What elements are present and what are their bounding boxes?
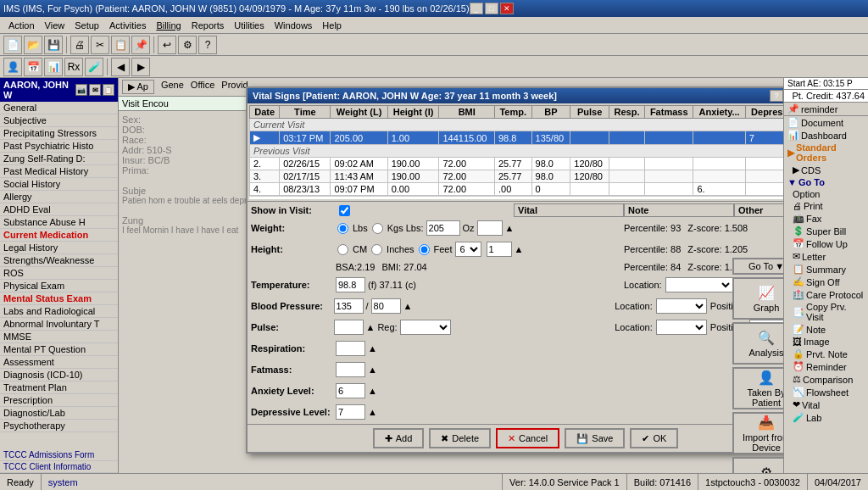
- rs-image[interactable]: 🖼 Image: [784, 336, 868, 348]
- fatmass-up-icon[interactable]: ▲: [368, 365, 377, 375]
- pulse-input[interactable]: [334, 320, 364, 335]
- paste-button[interactable]: 📌: [131, 36, 150, 54]
- depress-up-icon[interactable]: ▲: [368, 407, 377, 417]
- save-toolbar-button[interactable]: 💾: [44, 36, 63, 54]
- rs-cds[interactable]: ▶ CDS: [784, 164, 868, 176]
- goto-button[interactable]: Go To ▼: [732, 258, 783, 275]
- rs-vital[interactable]: ❤ Vital: [784, 398, 868, 411]
- cancel-button[interactable]: ✕ Cancel: [496, 428, 559, 448]
- menu-setup[interactable]: Setup: [70, 19, 104, 31]
- rs-prvt-note[interactable]: 🔒 Prvt. Note: [784, 348, 868, 360]
- new-button[interactable]: 📄: [3, 36, 22, 54]
- taken-by-patient-button[interactable]: 👤 Taken By Patient: [732, 367, 783, 409]
- menu-help[interactable]: Help: [317, 19, 347, 31]
- sidebar-item-ros[interactable]: ROS: [0, 267, 118, 280]
- pulse-location-select[interactable]: [656, 320, 707, 335]
- settings-button[interactable]: ⚙: [178, 36, 197, 54]
- height-inches-input[interactable]: [487, 242, 512, 257]
- anxiety-input[interactable]: [336, 383, 365, 398]
- import-device-button[interactable]: 📥 Import from Device: [732, 412, 783, 454]
- sidebar-item-abnormal[interactable]: Abnormal Involuntary T: [0, 318, 118, 331]
- weight-kgs-radio[interactable]: [372, 223, 383, 234]
- rs-note[interactable]: 📝 Note: [784, 323, 868, 336]
- sidebar-item-mental-pt[interactable]: Mental PT Question: [0, 343, 118, 356]
- sidebar-item-tccc1[interactable]: TCCC Admissions Form: [0, 449, 118, 461]
- dialog-help-button[interactable]: ?: [770, 90, 783, 102]
- sidebar-item-subjective[interactable]: Subjective: [0, 114, 118, 127]
- sidebar-item-social[interactable]: Social History: [0, 178, 118, 191]
- sidebar-item-zung[interactable]: Zung Self-Rating D:: [0, 153, 118, 165]
- rs-option[interactable]: Option: [784, 188, 868, 200]
- weight-lbs-radio[interactable]: [337, 223, 348, 234]
- rs-flowsheet[interactable]: 📉 Flowsheet: [784, 386, 868, 398]
- sidebar-item-current-med[interactable]: Current Medication: [0, 229, 118, 242]
- rs-care-protocol[interactable]: 🏥 Care Protocol: [784, 288, 868, 301]
- add-button[interactable]: ✚ Add: [373, 428, 425, 448]
- office-tab[interactable]: Office: [191, 80, 215, 94]
- height-up-icon[interactable]: ▲: [515, 244, 524, 254]
- height-inches-radio[interactable]: [371, 244, 382, 255]
- sidebar-item-labs[interactable]: Labs and Radiological: [0, 305, 118, 318]
- menu-utilities[interactable]: Utilities: [229, 19, 269, 31]
- weight-value-input[interactable]: [426, 220, 460, 236]
- chart-button[interactable]: 📊: [44, 58, 63, 76]
- height-feet-select[interactable]: 654: [455, 242, 481, 257]
- sidebar-item-mental-status[interactable]: Mental Status Exam: [0, 292, 118, 305]
- menu-windows[interactable]: Windows: [270, 19, 318, 31]
- height-cm-radio[interactable]: [337, 244, 348, 255]
- rs-letter[interactable]: ✉ Letter: [784, 250, 868, 263]
- menu-reports[interactable]: Reports: [186, 19, 230, 31]
- current-visit-row[interactable]: ▶ 03:17 PM 205.00 1.00 144115.00 98.8 13…: [250, 131, 784, 145]
- print-button[interactable]: 🖨: [70, 36, 89, 54]
- patient-button[interactable]: 👤: [3, 58, 22, 76]
- visit-row-3[interactable]: 3. 02/17/15 11:43 AM 190.00 72.00 25.77 …: [250, 170, 784, 183]
- sidebar-item-adhd[interactable]: ADHD Eval: [0, 203, 118, 216]
- rs-sign-off[interactable]: ✍ Sign Off: [784, 276, 868, 288]
- menu-view[interactable]: View: [40, 19, 70, 31]
- sidebar-item-substance[interactable]: Substance Abuse H: [0, 216, 118, 229]
- sidebar-item-precipitating[interactable]: Precipitating Stressors: [0, 127, 118, 140]
- height-feet-radio[interactable]: [419, 244, 430, 255]
- sidebar-item-allergy[interactable]: Allergy: [0, 191, 118, 203]
- ok-button[interactable]: ✔ OK: [630, 428, 678, 448]
- depress-input[interactable]: [336, 404, 365, 420]
- rs-standard-orders[interactable]: ▶ Standard Orders: [784, 142, 868, 164]
- gen-tab[interactable]: Gene: [161, 80, 184, 94]
- sidebar-item-legal[interactable]: Legal History: [0, 242, 118, 254]
- temp-f-input[interactable]: [336, 277, 365, 292]
- show-in-visit-checkbox[interactable]: [339, 205, 350, 216]
- sidebar-item-treatment[interactable]: Treatment Plan: [0, 381, 118, 394]
- sidebar-item-strengths[interactable]: Strengths/Weaknesse: [0, 254, 118, 267]
- cut-button[interactable]: ✂: [91, 36, 109, 54]
- bp-systolic-input[interactable]: [334, 298, 364, 314]
- fatmass-input[interactable]: [336, 362, 365, 377]
- bp-up-icon[interactable]: ▲: [403, 301, 413, 311]
- nav-forward[interactable]: ▶: [131, 58, 150, 76]
- graph-button[interactable]: 📈 Graph: [732, 277, 783, 320]
- temp-location-select[interactable]: [665, 277, 733, 292]
- patient-icon-3[interactable]: 📋: [103, 84, 114, 96]
- sidebar-item-diagnosis[interactable]: Diagnosis (ICD-10): [0, 369, 118, 381]
- open-button[interactable]: 📂: [24, 36, 42, 54]
- rs-print[interactable]: 🖨 Print: [784, 200, 868, 212]
- minimize-button[interactable]: _: [470, 3, 483, 14]
- visit-row-2[interactable]: 2. 02/26/15 09:02 AM 190.00 72.00 25.77 …: [250, 158, 784, 170]
- set-default-button[interactable]: ⚙ Set Default: [732, 457, 783, 473]
- ap-tab[interactable]: ▶ Ap: [122, 80, 154, 94]
- close-button[interactable]: ✕: [500, 3, 514, 14]
- rs-follow-up[interactable]: 📅 Follow Up: [784, 237, 868, 250]
- sidebar-item-past-med[interactable]: Past Medical History: [0, 165, 118, 178]
- sidebar-item-prescription[interactable]: Prescription: [0, 394, 118, 407]
- undo-button[interactable]: ↩: [158, 36, 176, 54]
- sidebar-item-general[interactable]: General: [0, 102, 118, 114]
- resp-up-icon[interactable]: ▲: [368, 343, 377, 354]
- menu-billing[interactable]: Billing: [151, 19, 186, 31]
- resp-input[interactable]: [336, 341, 365, 356]
- sidebar-item-past-psych[interactable]: Past Psychiatric Histo: [0, 140, 118, 153]
- rs-reminder[interactable]: ⏰ Reminder: [784, 360, 868, 373]
- rs-comparison[interactable]: ⚖ Comparison: [784, 373, 868, 386]
- rs-summary[interactable]: 📋 Summary: [784, 263, 868, 276]
- bp-diastolic-input[interactable]: [371, 298, 401, 314]
- maximize-button[interactable]: □: [485, 3, 498, 14]
- rs-goto[interactable]: ▼ Go To: [784, 176, 868, 188]
